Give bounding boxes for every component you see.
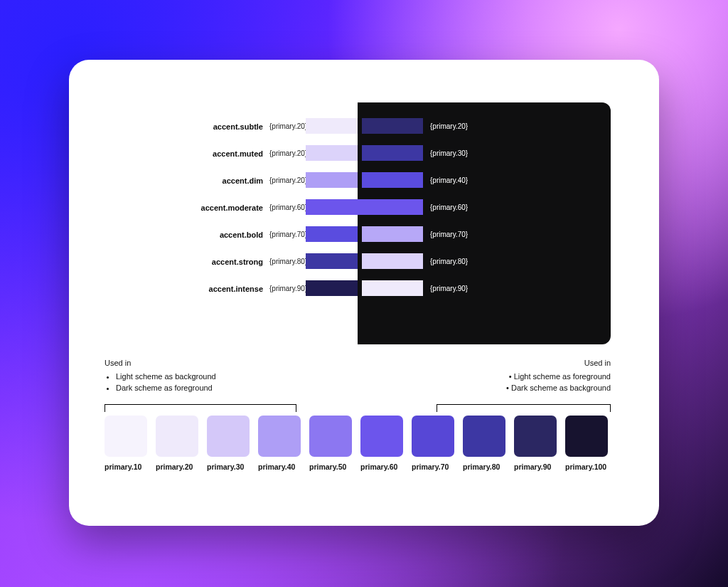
swatch-dark	[362, 226, 423, 242]
palette-swatch	[412, 416, 454, 457]
swatch-light	[306, 145, 358, 161]
swatch	[306, 199, 423, 215]
palette-swatch	[309, 416, 352, 457]
swatch-dark	[362, 280, 423, 296]
token-ref-dark: {primary.30}	[430, 149, 468, 157]
palette-chip: primary.80	[463, 416, 508, 471]
palette-chip: primary.70	[412, 416, 457, 471]
palette-chip: primary.50	[309, 416, 355, 471]
usage-note-header: Used in	[506, 357, 611, 369]
palette-label: primary.60	[360, 462, 397, 471]
palette-swatch	[463, 416, 505, 457]
token-name: accent.moderate	[201, 203, 263, 212]
token-ref-dark: {primary.60}	[430, 203, 468, 211]
swatch-light	[306, 253, 358, 269]
swatch-dark	[362, 145, 423, 161]
token-name: accent.intense	[209, 285, 263, 293]
palette: primary.10primary.20primary.30primary.40…	[105, 416, 616, 471]
palette-swatch	[360, 416, 403, 457]
usage-note-item: Dark scheme as foreground	[116, 382, 216, 394]
palette-chip: primary.10	[105, 416, 150, 471]
token-ref-dark: {primary.40}	[430, 176, 468, 184]
usage-note-header: Used in	[105, 357, 216, 369]
palette-chip: primary.60	[360, 416, 406, 471]
palette-label: primary.70	[412, 462, 449, 471]
token-ref-light: {primary.70}	[269, 231, 307, 238]
token-name: accent.strong	[212, 258, 263, 266]
palette-chip: primary.40	[258, 416, 304, 471]
swatch-light	[306, 172, 358, 188]
palette-swatch	[565, 416, 608, 457]
token-name: accent.muted	[213, 149, 263, 158]
palette-label: primary.10	[105, 462, 141, 471]
token-row: accent.dim{primary.20}{primary.40}	[105, 172, 611, 191]
palette-swatch	[156, 416, 198, 457]
palette-label: primary.40	[258, 462, 295, 471]
palette-chip: primary.30	[207, 416, 252, 471]
palette-label: primary.100	[565, 462, 606, 471]
token-name: accent.subtle	[213, 122, 263, 131]
token-row: accent.intense{primary.90}{primary.90}	[105, 280, 611, 299]
token-ref-light: {primary.60}	[269, 203, 307, 211]
palette-label: primary.50	[309, 462, 346, 471]
token-row: accent.moderate{primary.60}{primary.60}	[105, 199, 611, 218]
usage-note-right: Used in Light scheme as foreground Dark …	[506, 357, 611, 394]
token-ref-light: {primary.20}	[269, 149, 307, 157]
palette-swatch	[514, 416, 557, 457]
token-ref-dark: {primary.70}	[430, 231, 468, 238]
token-ref-dark: {primary.80}	[430, 258, 468, 265]
usage-note-list: Light scheme as foreground Dark scheme a…	[506, 371, 611, 394]
token-panel: accent.subtle{primary.20}{primary.20}acc…	[105, 102, 611, 344]
swatch-light	[306, 280, 358, 296]
token-ref-light: {primary.90}	[269, 285, 307, 292]
palette-label: primary.30	[207, 462, 244, 471]
token-ref-light: {primary.20}	[269, 122, 307, 130]
palette-swatch	[105, 416, 147, 457]
usage-note-item: Dark scheme as background	[506, 382, 611, 394]
token-row: accent.muted{primary.20}{primary.30}	[105, 145, 611, 164]
token-ref-dark: {primary.90}	[430, 285, 468, 292]
token-ref-light: {primary.80}	[269, 258, 307, 265]
palette-label: primary.20	[156, 462, 193, 471]
token-name: accent.dim	[223, 176, 263, 185]
token-name: accent.bold	[220, 231, 263, 239]
palette-label: primary.80	[463, 462, 500, 471]
swatch-dark	[362, 172, 423, 188]
token-row: accent.strong{primary.80}{primary.80}	[105, 253, 611, 272]
token-rows: accent.subtle{primary.20}{primary.20}acc…	[105, 118, 611, 307]
bracket-left	[105, 404, 296, 413]
token-row: accent.subtle{primary.20}{primary.20}	[105, 118, 611, 137]
swatch-dark	[362, 118, 423, 134]
swatch-light	[306, 118, 358, 134]
swatch-light	[306, 226, 358, 242]
palette-label: primary.90	[514, 462, 551, 471]
palette-chip: primary.20	[156, 416, 201, 471]
bracket-right	[437, 404, 611, 413]
swatch-dark	[362, 253, 423, 269]
token-ref-light: {primary.20}	[269, 176, 307, 184]
usage-note-list: Light scheme as background Dark scheme a…	[105, 371, 216, 394]
token-ref-dark: {primary.20}	[430, 122, 468, 130]
usage-note-item: Light scheme as background	[116, 371, 216, 383]
usage-note-item: Light scheme as foreground	[506, 371, 611, 383]
card: accent.subtle{primary.20}{primary.20}acc…	[69, 60, 659, 526]
palette-chip: primary.100	[565, 416, 611, 471]
palette-chip: primary.90	[514, 416, 560, 471]
usage-note-left: Used in Light scheme as background Dark …	[105, 357, 216, 394]
palette-swatch	[258, 416, 301, 457]
token-row: accent.bold{primary.70}{primary.70}	[105, 226, 611, 245]
palette-swatch	[207, 416, 250, 457]
